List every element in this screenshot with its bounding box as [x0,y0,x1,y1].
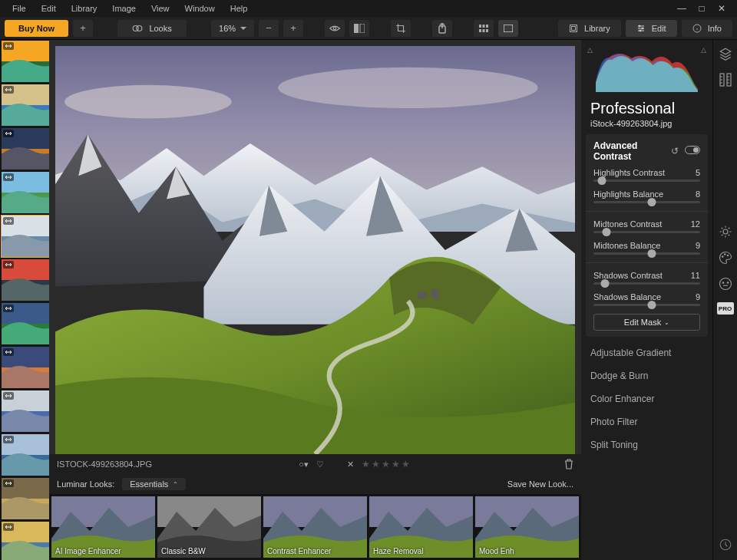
thumbnail[interactable] [1,84,49,127]
slider-shadows-balance[interactable]: Shadows Balance9 [593,292,700,306]
save-new-look[interactable]: Save New Look... [507,479,573,489]
looks-strip[interactable]: AI Image Enhancer Classic B&W Contrast E… [49,494,581,560]
panel-dodge-burn[interactable]: Dodge & Burn [581,364,712,387]
looks-dropdown[interactable]: Looks [117,20,187,37]
edit-mode-button[interactable]: Edit [626,20,677,37]
menu-file[interactable]: File [5,2,34,15]
zoom-out-button[interactable]: − [259,20,279,37]
add-button[interactable]: + [73,20,93,37]
crop-button[interactable] [391,20,411,37]
svg-rect-3 [354,24,359,33]
svg-point-1 [137,25,142,31]
thumbnail[interactable] [1,215,49,258]
flag-circle-icon[interactable]: ○▾ [299,460,309,469]
layers-icon[interactable] [718,46,733,61]
menu-view[interactable]: View [144,2,177,15]
slider-shadows-contrast[interactable]: Shadows Contrast11 [593,271,700,285]
zoom-in-button[interactable]: + [283,20,303,37]
info-mode-button[interactable]: Info [682,20,732,37]
svg-rect-7 [483,25,485,28]
svg-rect-12 [504,25,513,32]
window-minimize[interactable]: — [676,2,688,15]
svg-rect-14 [572,26,576,30]
menu-help[interactable]: Help [223,2,256,15]
panel-photo-filter[interactable]: Photo Filter [581,410,712,433]
thumbnail[interactable] [1,259,49,301]
svg-rect-59 [431,289,439,298]
reset-icon[interactable]: ↺ [671,146,679,156]
svg-point-57 [278,68,538,108]
slider-value: 11 [691,271,700,280]
menu-image[interactable]: Image [104,2,144,15]
svg-rect-4 [360,24,365,33]
favorite-button[interactable]: ♡ [316,460,324,469]
panel-toggle[interactable] [685,146,700,154]
svg-rect-13 [570,25,577,31]
look-label: Haze Removal [373,547,424,555]
thumbnail[interactable] [1,171,49,214]
image-viewer[interactable] [49,40,581,454]
filmstrip[interactable] [0,40,49,560]
slider-midtones-contrast[interactable]: Midtones Contrast12 [593,219,700,233]
menu-edit[interactable]: Edit [34,2,64,15]
menu-library[interactable]: Library [64,2,105,15]
buy-now-button[interactable]: Buy Now [5,20,68,37]
face-icon[interactable] [718,276,733,292]
looks-category-dropdown[interactable]: Essentials ⌃ [122,478,186,490]
sun-icon[interactable] [718,224,733,239]
look-preset[interactable]: Haze Removal [369,496,473,558]
slider-highlights-contrast[interactable]: Highlights Contrast5 [593,168,700,182]
slider-value: 8 [696,189,700,199]
look-preset[interactable]: Mood Enh [475,496,579,558]
histogram [596,44,698,92]
svg-point-56 [64,85,232,119]
look-label: Contrast Enhancer [267,547,331,555]
thumbnail[interactable] [1,346,49,389]
panel-split-toning[interactable]: Split Toning [581,433,712,456]
slider-value: 9 [696,292,700,301]
ruler-icon[interactable] [718,72,733,87]
thumbnail[interactable] [1,477,49,520]
edit-mode-label: Edit [652,24,666,33]
zoom-value: 16% [219,24,236,33]
slider-midtones-balance[interactable]: Midtones Balance9 [593,241,700,255]
svg-point-2 [333,27,336,30]
look-preset[interactable]: AI Image Enhancer [51,496,155,558]
svg-point-71 [719,278,731,290]
edit-mask-button[interactable]: Edit Mask ⌄ [593,314,700,331]
history-icon[interactable] [718,537,733,552]
slider-highlights-balance[interactable]: Highlights Balance8 [593,189,700,203]
info-mode-label: Info [708,24,722,33]
palette-icon[interactable] [718,250,733,265]
reject-button[interactable]: ✕ [347,460,354,469]
thumbnail[interactable] [1,433,49,476]
looks-bar-label: Luminar Looks: [57,479,114,489]
pro-badge[interactable]: PRO [717,302,734,315]
look-preset[interactable]: Contrast Enhancer [263,496,367,558]
main-image [55,46,575,454]
panel-color-enhancer[interactable]: Color Enhancer [581,387,712,410]
window-maximize[interactable]: □ [696,2,708,15]
single-view-button[interactable] [498,20,518,37]
thumbnail[interactable] [1,302,49,345]
look-preset[interactable]: Classic B&W [157,496,261,558]
panel-adjustable-gradient[interactable]: Adjustable Gradient [581,341,712,364]
rating-stars[interactable]: ★★★★★ [362,459,410,469]
histogram-highlight-clip[interactable]: △ [701,44,706,54]
compare-button[interactable] [349,20,369,37]
thumbnail[interactable] [1,521,49,560]
menu-window[interactable]: Window [177,2,223,15]
panel-filename: iStock-499263804.jpg [581,119,712,134]
eye-toggle[interactable] [325,20,345,37]
thumbnail[interactable] [1,127,49,170]
library-mode-button[interactable]: Library [558,20,621,37]
zoom-select[interactable]: 16% [211,20,254,37]
thumbnail[interactable] [1,390,49,433]
delete-button[interactable] [564,459,573,469]
grid-view-button[interactable] [474,20,494,37]
svg-rect-9 [479,29,481,32]
thumbnail[interactable] [1,40,49,83]
window-close[interactable]: ✕ [716,2,728,15]
histogram-shadow-clip[interactable]: △ [587,44,593,54]
export-button[interactable] [432,20,452,37]
